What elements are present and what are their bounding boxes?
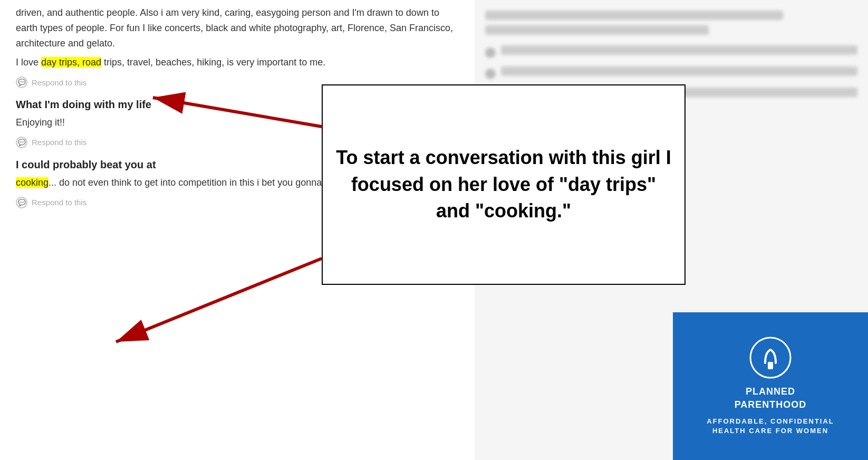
info-icon-1 (485, 47, 496, 58)
right-info-line-2 (501, 66, 857, 76)
pp-logo-icon (749, 337, 792, 379)
highlight-cooking: cooking (16, 177, 49, 188)
day-trips-text: I love day trips, road trips, travel, be… (16, 55, 459, 70)
bubble-icon-3: 💬 (16, 197, 27, 208)
bubble-icon-2: 💬 (16, 137, 27, 148)
planned-parenthood-ad[interactable]: PlannedParenthood AFFORDABLE, CONFIDENTI… (673, 312, 868, 460)
respond-label-3[interactable]: Respond to this (32, 198, 86, 207)
right-info-row-2 (485, 66, 857, 81)
respond-label-1[interactable]: Respond to this (32, 78, 86, 87)
right-line-1 (485, 11, 783, 20)
right-info-row-1 (485, 45, 857, 60)
svg-rect-1 (768, 362, 773, 369)
pp-ad-line2: HEALTH CARE FOR WOMEN (712, 426, 828, 436)
pp-name: PlannedParenthood (735, 385, 807, 411)
right-line-2 (485, 25, 709, 35)
pp-ad-line1: AFFORDABLE, CONFIDENTIAL (707, 417, 834, 426)
intro-text: driven, and authentic people. Also i am … (16, 5, 459, 51)
info-icon-2 (485, 69, 496, 79)
annotation-text: To start a conversation with this girl I… (333, 145, 674, 224)
highlight-day-trips: day trips, road (41, 57, 101, 68)
svg-point-0 (750, 338, 790, 378)
bubble-icon-1: 💬 (16, 76, 27, 88)
right-info-line-1 (501, 45, 857, 55)
annotation-box: To start a conversation with this girl I… (322, 84, 686, 285)
respond-label-2[interactable]: Respond to this (32, 138, 86, 147)
